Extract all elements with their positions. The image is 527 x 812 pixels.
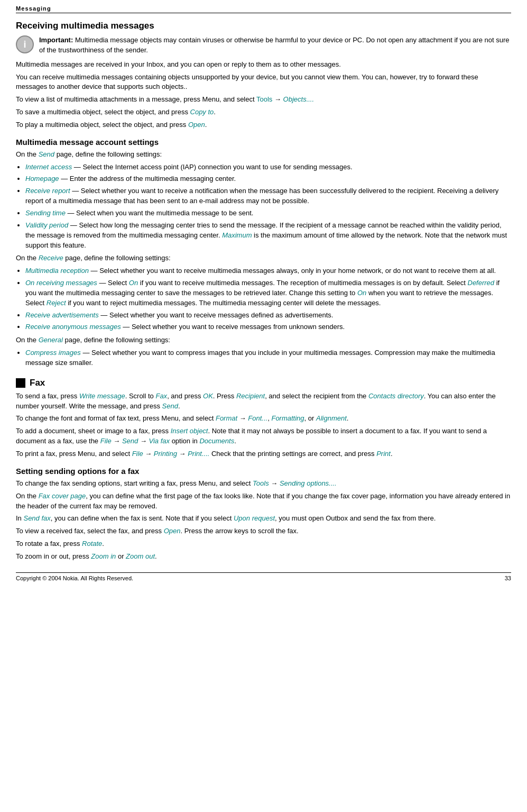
multimedia-reception-link[interactable]: Multimedia reception (25, 267, 89, 275)
list-item: Internet access — Select the Internet ac… (25, 162, 511, 172)
on-receiving-messages-link[interactable]: On receiving messages (25, 279, 97, 287)
receive-report-link[interactable]: Receive report (25, 187, 70, 195)
important-body: Multimedia message objects may contain v… (39, 36, 509, 54)
objects-link[interactable]: Objects.... (283, 95, 315, 103)
page: Messaging Receiving multimedia messages … (0, 0, 527, 592)
sending-time-link[interactable]: Sending time (25, 209, 66, 217)
important-icon: i (16, 35, 34, 53)
write-message-link[interactable]: Write message (79, 392, 125, 400)
section1-para1: Multimedia messages are received in your… (16, 60, 511, 70)
section4-para1: To change the fax sending options, start… (16, 479, 511, 489)
file-link2[interactable]: File (132, 450, 143, 458)
recipient-link[interactable]: Recipient (236, 392, 265, 400)
general-link[interactable]: General (39, 336, 63, 344)
zoom-out-link[interactable]: Zoom out (126, 552, 155, 560)
section4-heading: Setting sending options for a fax (16, 467, 511, 476)
receive-advertisements-link[interactable]: Receive advertisements (25, 311, 99, 319)
important-box: i Important: Multimedia message objects … (16, 35, 511, 56)
print-link[interactable]: Print.... (188, 450, 209, 458)
ok-link[interactable]: OK (203, 392, 213, 400)
tools-link2[interactable]: Tools (253, 479, 269, 487)
header-title: Messaging (16, 5, 51, 12)
fax-title: Fax (30, 378, 45, 388)
zoom-in-link[interactable]: Zoom in (91, 552, 116, 560)
fax-para3: To add a document, sheet or image to a f… (16, 426, 511, 446)
section1-para5: To play a multimedia object, select the … (16, 120, 511, 130)
via-fax-link[interactable]: Via fax (149, 437, 170, 445)
section1-para3: To view a list of multimedia attachments… (16, 95, 511, 105)
rotate-link[interactable]: Rotate (82, 540, 102, 548)
para5-suffix: . (205, 121, 207, 129)
list-item: Receive report — Select whether you want… (25, 186, 511, 206)
send-link[interactable]: Send (39, 150, 54, 158)
footer-copyright: Copyright © 2004 Nokia. All Rights Reser… (16, 575, 133, 581)
fax-para4: To print a fax, press Menu, and select F… (16, 449, 511, 459)
maximum-link[interactable]: Maximum (222, 231, 252, 239)
open-fax-link[interactable]: Open (164, 527, 181, 535)
printing-link[interactable]: Printing (154, 450, 177, 458)
open-link[interactable]: Open (188, 121, 205, 129)
alignment-link[interactable]: Alignment (316, 414, 347, 422)
format-link[interactable]: Format (216, 414, 237, 422)
receive-link[interactable]: Receive (39, 254, 63, 262)
section1-para4: To save a multimedia object, select the … (16, 107, 511, 117)
list-item: On receiving messages — Select On if you… (25, 278, 511, 308)
tools-link[interactable]: Tools (256, 95, 272, 103)
insert-object-link[interactable]: Insert object (171, 427, 208, 435)
section1-para2: You can receive multimedia messages cont… (16, 72, 511, 93)
fax-para2: To change the font and format of fax tex… (16, 414, 511, 424)
list-item: Sending time — Select when you want the … (25, 208, 511, 218)
send-link3[interactable]: Send (122, 437, 138, 445)
header-bar: Messaging (16, 5, 511, 13)
on2-link[interactable]: On (357, 289, 366, 297)
section4-para4: To view a received fax, select the fax, … (16, 526, 511, 536)
formatting-link[interactable]: Formatting (271, 414, 304, 422)
fax-link[interactable]: Fax (155, 392, 167, 400)
important-label: Important: (39, 36, 73, 44)
receive-page-intro: On the Receive page, define the followin… (16, 253, 511, 263)
important-text: Important: Multimedia message objects ma… (39, 35, 511, 56)
print-link2[interactable]: Print (376, 450, 391, 458)
footer: Copyright © 2004 Nokia. All Rights Reser… (16, 572, 511, 581)
font-link[interactable]: Font... (248, 414, 267, 422)
fax-para1: To send a fax, press Write message. Scro… (16, 391, 511, 412)
compress-images-link[interactable]: Compress images (25, 349, 81, 357)
upon-request-link[interactable]: Upon request (234, 514, 275, 522)
para4-prefix: To save a multimedia object, select the … (16, 108, 190, 116)
para4-suffix: . (214, 108, 216, 116)
contacts-directory-link[interactable]: Contacts directory (368, 392, 424, 400)
documents-link[interactable]: Documents (199, 437, 234, 445)
fax-heading: Fax (16, 378, 511, 388)
receive-settings-list: Multimedia reception — Select whether yo… (25, 266, 511, 332)
list-item: Compress images — Select whether you wan… (25, 348, 511, 368)
general-page-intro: On the General page, define the followin… (16, 335, 511, 345)
section4-para5: To rotate a fax, press Rotate. (16, 539, 511, 549)
list-item: Multimedia reception — Select whether yo… (25, 266, 511, 276)
footer-page-number: 33 (505, 575, 511, 581)
para3-mid: → (272, 95, 283, 103)
sending-options-link[interactable]: Sending options.... (280, 479, 337, 487)
deferred-link[interactable]: Deferred (468, 279, 495, 287)
reject-link[interactable]: Reject (47, 299, 66, 307)
copy-to-link[interactable]: Copy to (190, 108, 214, 116)
general-settings-list: Compress images — Select whether you wan… (25, 348, 511, 368)
fax-cover-page-link[interactable]: Fax cover page (39, 492, 86, 500)
send-fax-link[interactable]: Send fax (23, 514, 50, 522)
send-link2[interactable]: Send (162, 402, 178, 410)
section4-para2: On the Fax cover page, you can define wh… (16, 491, 511, 512)
section4-para3: In Send fax, you can define when the fax… (16, 514, 511, 524)
file-link[interactable]: File (100, 437, 112, 445)
receive-anonymous-link[interactable]: Receive anonymous messages (25, 323, 121, 331)
send-page-intro: On the Send page, define the following s… (16, 150, 511, 160)
homepage-link[interactable]: Homepage (25, 175, 59, 183)
para5-prefix: To play a multimedia object, select the … (16, 121, 188, 129)
on-link[interactable]: On (129, 279, 138, 287)
internet-access-link[interactable]: Internet access (25, 163, 72, 171)
para3-prefix: To view a list of multimedia attachments… (16, 95, 256, 103)
section2-heading: Multimedia message account settings (16, 138, 511, 147)
list-item: Receive anonymous messages — Select whet… (25, 322, 511, 332)
section1-heading: Receiving multimedia messages (16, 21, 511, 31)
fax-icon (16, 378, 25, 388)
list-item: Receive advertisements — Select whether … (25, 311, 511, 321)
validity-period-link[interactable]: Validity period (25, 221, 68, 229)
